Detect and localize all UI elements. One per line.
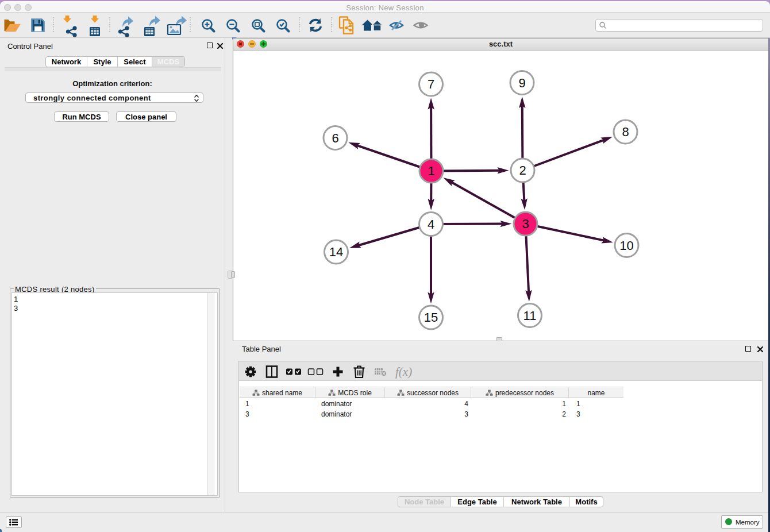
svg-text:15: 15 [424,310,438,325]
svg-text:7: 7 [428,77,434,91]
svg-text:14: 14 [329,245,343,259]
svg-text:6: 6 [332,131,338,145]
svg-text:1: 1 [428,164,434,178]
svg-text:3: 3 [522,217,529,231]
svg-text:9: 9 [518,76,525,90]
svg-text:10: 10 [619,238,633,253]
svg-text:4: 4 [428,217,434,232]
svg-text:8: 8 [622,125,629,139]
svg-text:11: 11 [523,309,537,323]
svg-text:f(x): f(x) [395,365,412,379]
svg-text:2: 2 [519,163,526,178]
